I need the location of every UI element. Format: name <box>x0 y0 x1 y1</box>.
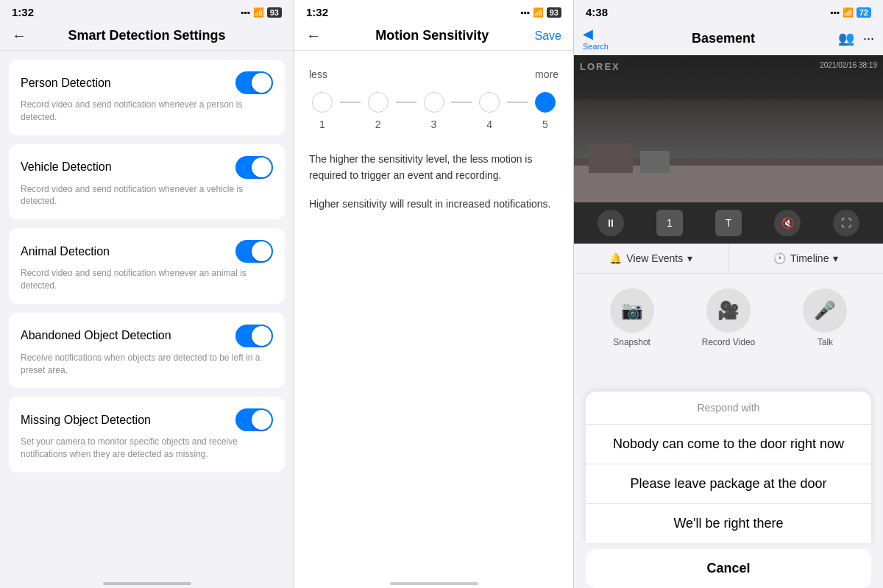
camera-feed: 2021/02/16 38:19 LOREX <box>574 55 883 202</box>
back-arrow-3[interactable]: ◀ <box>583 26 593 42</box>
missing-object-desc: Set your camera to monitor specific obje… <box>21 436 273 461</box>
missing-object-title: Missing Object Detection <box>21 414 151 427</box>
talk-label: Talk <box>818 337 833 347</box>
missing-object-item: Missing Object Detection Set your camera… <box>9 397 285 472</box>
battery-3: 72 <box>857 7 871 18</box>
respond-option-1[interactable]: Nobody can come to the door right now <box>586 425 871 464</box>
timeline-label: Timeline <box>790 252 829 264</box>
text-button[interactable]: T <box>715 210 742 236</box>
home-indicator-2 <box>294 573 573 588</box>
less-label: less <box>309 68 327 80</box>
dot-5-active[interactable] <box>535 92 556 113</box>
settings-list: Person Detection Record video and send n… <box>0 51 294 573</box>
status-icons-1: ▪▪▪ 📶 93 <box>241 7 282 18</box>
level-3: 3 <box>424 118 444 130</box>
status-icons-3: ▪▪▪ 📶 72 <box>830 7 871 18</box>
time-3: 4:38 <box>586 6 608 18</box>
animal-detection-item: Animal Detection Record video and send n… <box>9 228 285 304</box>
abandoned-object-title: Abandoned Object Detection <box>21 329 171 342</box>
animal-detection-header: Animal Detection <box>21 240 273 263</box>
vehicle-detection-title: Vehicle Detection <box>21 160 112 174</box>
person-detection-title: Person Detection <box>21 77 111 90</box>
sensitivity-desc-1: The higher the sensitivity level, the le… <box>309 151 558 184</box>
respond-sheet: Respond with Nobody can come to the door… <box>586 392 871 543</box>
sensitivity-desc-2: Higher sensitivity will result in increa… <box>309 196 558 212</box>
record-video-button[interactable]: 🎥 Record Video <box>702 288 756 347</box>
animal-detection-title: Animal Detection <box>21 245 110 258</box>
abandoned-object-item: Abandoned Object Detection Receive notif… <box>9 313 285 389</box>
dot-4[interactable] <box>479 92 500 113</box>
vehicle-detection-toggle[interactable] <box>235 156 273 179</box>
level-1: 1 <box>312 118 333 130</box>
timestamp: 2021/02/16 38:19 <box>820 61 877 69</box>
sensitivity-numbers: 1 2 3 4 5 <box>309 118 558 130</box>
status-bar-2: 1:32 ▪▪▪ 📶 93 <box>294 0 573 21</box>
talk-button[interactable]: 🎤 Talk <box>803 288 847 347</box>
person-detection-desc: Record video and send notification whene… <box>21 99 273 124</box>
back-label-3[interactable]: Search <box>583 42 609 51</box>
sensitivity-labels: less more <box>309 68 558 80</box>
smart-detection-panel: 1:32 ▪▪▪ 📶 93 ← Smart Detection Settings… <box>0 0 294 588</box>
back-button-1[interactable]: ← <box>12 27 35 44</box>
view-events-bar: 🔔 View Events ▾ 🕐 Timeline ▾ <box>574 244 883 274</box>
view-events-button[interactable]: 🔔 View Events ▾ <box>574 244 729 273</box>
snapshot-icon: 📷 <box>621 300 643 321</box>
sheet-title: Respond with <box>586 392 871 425</box>
dot-1[interactable] <box>312 92 333 113</box>
view-events-label: View Events <box>626 252 683 264</box>
clock-icon: 🕐 <box>773 252 786 264</box>
chevron-down-icon: ▾ <box>687 252 692 264</box>
level-4: 4 <box>479 118 500 130</box>
abandoned-object-desc: Receive notifications when objects are d… <box>21 352 273 377</box>
animal-detection-toggle[interactable] <box>235 240 273 263</box>
page-title-1: Smart Detection Settings <box>35 28 258 43</box>
camera-scene: 2021/02/16 38:19 LOREX <box>574 55 883 202</box>
dot-line-2 <box>396 102 416 103</box>
person-detection-item: Person Detection Record video and send n… <box>9 60 285 135</box>
snapshot-button[interactable]: 📷 Snapshot <box>610 288 654 347</box>
person-detection-toggle[interactable] <box>235 71 273 94</box>
dot-2[interactable] <box>368 92 389 113</box>
signal-icon-2: ▪▪▪ <box>520 7 530 18</box>
bottom-sheet-container: Respond with Nobody can come to the door… <box>574 356 883 588</box>
abandoned-object-toggle[interactable] <box>235 325 273 347</box>
lorex-logo: LOREX <box>580 61 620 72</box>
more-icon[interactable]: ··· <box>863 31 874 46</box>
back-search-group[interactable]: ◀ Search <box>583 26 609 51</box>
vehicle-detection-item: Vehicle Detection Record video and send … <box>9 144 285 220</box>
respond-option-3[interactable]: We'll be right there <box>586 504 871 543</box>
people-icon[interactable]: 👥 <box>838 30 854 46</box>
respond-option-2[interactable]: Please leave package at the door <box>586 464 871 504</box>
vehicle-detection-header: Vehicle Detection <box>21 156 273 179</box>
record-video-icon: 🎥 <box>717 300 740 321</box>
motion-content: less more 1 2 3 4 5 The higher the sensi… <box>294 51 573 573</box>
dot-line-1 <box>340 102 361 103</box>
save-button[interactable]: Save <box>535 29 561 43</box>
battery-1: 93 <box>267 7 282 18</box>
snapshot-icon-circle: 📷 <box>610 288 654 333</box>
sensitivity-dots <box>309 92 558 113</box>
missing-object-header: Missing Object Detection <box>21 408 273 431</box>
fullscreen-button[interactable]: ⛶ <box>833 210 859 236</box>
chevron-down-icon-2: ▾ <box>833 252 838 264</box>
dot-line-3 <box>451 102 472 103</box>
mute-button[interactable]: 🔇 <box>774 210 801 236</box>
back-button-2[interactable]: ← <box>306 27 330 44</box>
nav-bar-1: ← Smart Detection Settings <box>0 21 294 51</box>
cancel-button[interactable]: Cancel <box>586 549 871 588</box>
pause-button[interactable]: ⏸ <box>597 210 624 236</box>
timeline-button[interactable]: 🕐 Timeline ▾ <box>729 244 884 273</box>
nav-bar-2: ← Motion Sensitivity Save <box>294 21 573 51</box>
basement-camera-panel: 4:38 ▪▪▪ 📶 72 ◀ Search Basement 👥 ··· 20… <box>574 0 883 588</box>
level-2: 2 <box>368 118 389 130</box>
record-button[interactable]: 1 <box>656 210 683 236</box>
dot-line-4 <box>507 102 528 103</box>
signal-icon: ▪▪▪ <box>241 7 250 18</box>
talk-icon: 🎤 <box>814 300 836 321</box>
missing-object-toggle[interactable] <box>235 408 273 431</box>
record-video-label: Record Video <box>702 337 756 347</box>
vehicle-detection-desc: Record video and send notification whene… <box>21 183 273 208</box>
dot-3[interactable] <box>424 92 444 113</box>
nav-bar-3: ◀ Search Basement 👥 ··· <box>574 21 883 55</box>
page-title-2: Motion Sensitivity <box>330 28 535 43</box>
